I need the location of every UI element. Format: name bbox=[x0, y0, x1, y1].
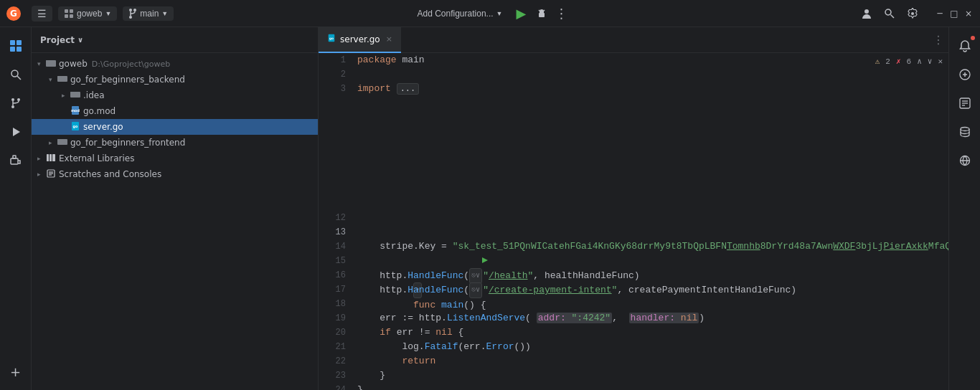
app-logo: G bbox=[6, 6, 22, 22]
svg-rect-19 bbox=[17, 47, 22, 52]
project-explorer-icon[interactable] bbox=[3, 33, 29, 59]
svg-point-13 bbox=[864, 9, 869, 14]
code-line-21: log.Fatalf(err.Error()) bbox=[357, 340, 943, 354]
add-more-icon[interactable]: + bbox=[3, 358, 29, 384]
plugins-icon[interactable] bbox=[3, 148, 29, 173]
hamburger-button[interactable]: ☰ bbox=[32, 6, 52, 22]
svg-rect-2 bbox=[65, 9, 68, 13]
code-line-17: http.HandleFunc(⎋∨"/create-payment-inten… bbox=[357, 282, 943, 297]
close-button[interactable]: × bbox=[963, 8, 974, 19]
right-toolbar bbox=[948, 27, 980, 390]
main-layout: + Project ∨ ▾ goweb D:\Goproject\goweb ▾ bbox=[0, 27, 980, 390]
expand-icon: ▸ bbox=[37, 155, 46, 162]
tree-item-scratches[interactable]: ▸ Scratches and Consoles bbox=[32, 166, 318, 182]
code-line-16: http.HandleFunc(⎋∨"/health", healthHandl… bbox=[357, 268, 943, 282]
code-line-22: return bbox=[357, 354, 943, 368]
line-num-1: 1 bbox=[319, 53, 346, 67]
code-line-11 bbox=[357, 196, 943, 211]
svg-point-51 bbox=[961, 128, 969, 131]
svg-rect-17 bbox=[17, 40, 22, 45]
tree-item-servergo[interactable]: ▸ go server.go bbox=[32, 119, 318, 135]
vcs-icon[interactable] bbox=[3, 90, 29, 116]
line-num-blank6 bbox=[319, 168, 346, 182]
debug-button[interactable] bbox=[534, 6, 549, 21]
code-line-20: if err != nil { bbox=[357, 325, 943, 340]
tree-item-frontend[interactable]: ▸ go_for_beginners_frontend bbox=[32, 135, 318, 151]
svg-point-6 bbox=[129, 9, 132, 11]
nav-up-icon[interactable]: ∧ bbox=[917, 54, 922, 69]
tree-item-backend[interactable]: ▾ go_for_beginners_backend bbox=[32, 72, 318, 87]
run-config-button[interactable]: Add Configuration... ▼ bbox=[412, 6, 509, 21]
project-label: goweb bbox=[77, 9, 102, 19]
folder-icon bbox=[57, 137, 67, 148]
code-editor: 1 2 3 12 13 14 15 16 17 18 19 20 bbox=[319, 53, 948, 390]
tab-close-button[interactable]: × bbox=[386, 34, 392, 44]
close-warnings-icon[interactable]: ✕ bbox=[938, 54, 943, 69]
line-num-blank3 bbox=[319, 125, 346, 139]
tree-item-external-libs[interactable]: ▸ External Libraries bbox=[32, 151, 318, 166]
notifications-icon[interactable] bbox=[952, 33, 978, 59]
ai-assistant-icon[interactable] bbox=[952, 62, 978, 87]
tree-item-label: server.go bbox=[83, 122, 123, 132]
code-line-24: } bbox=[357, 383, 943, 390]
folder-icon bbox=[57, 74, 67, 85]
line-num-blank2 bbox=[319, 110, 346, 125]
warning-count: 2 bbox=[885, 54, 890, 69]
code-content[interactable]: ⚠ 2 ✗ 6 ∧ ∨ ✕ package main import ... bbox=[352, 53, 948, 390]
tree-item-goweb[interactable]: ▾ goweb D:\Goproject\goweb bbox=[32, 56, 318, 72]
tree-item-label: go.mod bbox=[83, 106, 116, 116]
minimize-button[interactable]: ─ bbox=[934, 8, 946, 19]
code-line-4 bbox=[357, 96, 943, 110]
svg-rect-4 bbox=[65, 14, 68, 18]
tree-item-label: Scratches and Consoles bbox=[59, 169, 161, 179]
line-num-21: 21 bbox=[319, 340, 346, 354]
line-num-22: 22 bbox=[319, 354, 346, 368]
remote-icon[interactable] bbox=[952, 148, 978, 173]
code-line-14: stripe.Key = "sk_test_51PQnWICatehFGai4K… bbox=[357, 239, 943, 254]
run-debug-icon[interactable] bbox=[3, 119, 29, 145]
project-button[interactable]: goweb ▼ bbox=[58, 6, 117, 21]
svg-text:go: go bbox=[329, 37, 334, 40]
maximize-button[interactable]: □ bbox=[948, 8, 960, 19]
warning-bar: ⚠ 2 ✗ 6 ∧ ∨ ✕ bbox=[870, 53, 948, 70]
nav-down-icon[interactable]: ∨ bbox=[928, 54, 933, 69]
tab-more-button[interactable]: ⋮ bbox=[928, 27, 948, 53]
svg-point-24 bbox=[11, 105, 14, 108]
tab-servergo[interactable]: go server.go × bbox=[319, 27, 401, 53]
line-num-12: 12 bbox=[319, 211, 346, 225]
svg-point-23 bbox=[17, 98, 20, 101]
tree-item-label: External Libraries bbox=[59, 153, 134, 163]
line-num-13: 13 bbox=[319, 225, 346, 239]
panel-chevron: ∨ bbox=[77, 36, 83, 44]
gomod-file-icon: mod bbox=[70, 105, 80, 118]
git-blame-icon[interactable] bbox=[952, 90, 978, 116]
code-line-23: } bbox=[357, 368, 943, 383]
tab-bar: go server.go × ⋮ bbox=[319, 27, 948, 53]
tree-item-idea[interactable]: ▸ .idea bbox=[32, 87, 318, 103]
scratches-icon bbox=[46, 168, 56, 181]
run-button[interactable]: ▶ bbox=[514, 6, 529, 21]
panel-header: Project ∨ bbox=[32, 27, 318, 53]
error-icon: ✗ bbox=[896, 54, 901, 69]
profile-icon[interactable] bbox=[859, 6, 874, 21]
title-bar-left: G ☰ goweb ▼ main ▼ bbox=[6, 6, 329, 22]
more-actions-button[interactable]: ⋮ bbox=[555, 6, 569, 21]
project-panel: Project ∨ ▾ goweb D:\Goproject\goweb ▾ g… bbox=[32, 27, 319, 390]
folder-icon bbox=[70, 90, 80, 101]
code-line-7 bbox=[357, 139, 943, 153]
tab-filename: server.go bbox=[340, 34, 380, 44]
line-num-24: 24 bbox=[319, 383, 346, 390]
search-icon[interactable] bbox=[882, 6, 897, 21]
find-icon[interactable] bbox=[3, 62, 29, 87]
branch-label: main bbox=[140, 9, 159, 19]
code-line-1: package main bbox=[357, 53, 943, 67]
database-icon[interactable] bbox=[952, 119, 978, 145]
svg-rect-38 bbox=[52, 154, 55, 161]
branch-button[interactable]: main ▼ bbox=[123, 6, 174, 21]
tree-item-gomod[interactable]: ▸ mod go.mod bbox=[32, 103, 318, 119]
tree-item-path: D:\Goproject\goweb bbox=[92, 60, 170, 69]
window-controls: ─ □ × bbox=[934, 8, 974, 19]
svg-marker-45 bbox=[482, 257, 488, 263]
error-count: 6 bbox=[907, 54, 912, 69]
settings-icon[interactable] bbox=[905, 6, 920, 21]
